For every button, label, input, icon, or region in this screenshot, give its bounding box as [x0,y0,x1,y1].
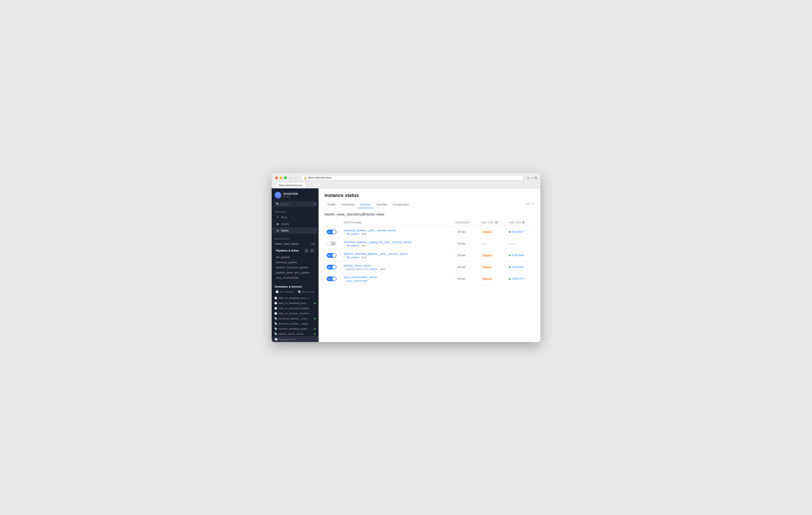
skipped-badge: Skipped [481,254,493,257]
pipeline-link[interactable]: dbt_pipeline [347,244,359,247]
schedules-sensors-tabs: 🕐 All schedules 📡 All sensors [272,290,319,296]
tab-health[interactable]: Health [324,201,339,208]
run-link[interactable]: f14670e4 [512,254,524,257]
last-tick-info-icon: i [495,221,498,224]
pipelines-solids-label: Pipelines & Solids [276,249,299,252]
all-schedules-label: All schedules [280,291,294,293]
sidebar-item-runs[interactable]: ↻ Runs [273,214,317,220]
none-text: None [481,242,488,245]
sidebar-pipeline-download[interactable]: download_pipeline [272,260,319,265]
toggle-thumb [332,253,336,257]
frequency-cell: ~ 30 sec [453,261,479,273]
run-link[interactable]: 255873f7 [512,277,524,280]
refresh-time: 0:12 [526,202,530,205]
sensors-table: SENSOR NAME FREQUENCY LAST TICK i [324,220,534,285]
sensor-name-link[interactable]: story_recommender_sensor [344,276,377,279]
toggle-sensor3[interactable]: on [327,253,337,258]
search-icon: 🔍 [276,202,279,206]
table-row: on pipeline_failure_sensor ⬡ pipeline_fa… [324,261,534,273]
new-tab-button[interactable]: + [531,176,533,180]
minimize-button[interactable] [280,177,282,179]
search-bar[interactable]: 🔍 / [274,201,316,207]
sidebar-pipeline-failure[interactable]: pipeline_failure_alert_pipeline [272,270,319,275]
last-tick-cell: Skipped [479,226,506,238]
windows-button[interactable]: ⧉ [534,176,537,180]
refresh-button[interactable]: ↻ [532,202,534,206]
schedule-item-4[interactable]: 🕐daily_hn_dynamic_downloa... [272,311,319,316]
sensor-icon-3: 📡 [274,327,277,330]
tab-configuration[interactable]: Configuration [390,201,412,208]
sidebar-pipeline-dynamic[interactable]: dynamic_download_pipeline [272,265,319,270]
assets-label: Assets [281,222,289,225]
app-version: 0.11.0 [284,195,298,198]
sensor-name-link[interactable]: pipeline_failure_sensor [344,264,371,267]
run-link[interactable]: a35914d1 [512,266,524,269]
share-button[interactable]: ⎋ [527,176,529,180]
clock-icon-2: 🕐 [274,302,277,305]
active-dot-s4 [314,333,316,335]
skipped-badge: Skipped [481,265,493,269]
toggle-sensor1[interactable]: on [327,229,337,234]
sensor-name-link[interactable]: download_pipeline__prod__success_sensor [344,229,396,232]
status-label: Status [281,229,289,232]
all-sensors-label: All sensors [302,291,314,293]
runs-label: Runs [281,216,287,219]
sidebar-item-status[interactable]: ◎ Status [273,227,317,234]
pipeline-link[interactable]: story_recommender [347,279,368,282]
search-input[interactable] [281,203,313,206]
toggle-sensor5[interactable]: on [327,276,337,281]
pipeline-icon: ⬡ [344,268,346,270]
last-tick-cell: Skipped [479,250,506,261]
schedule-item-3[interactable]: 🕐daily_hn_download_staging... [272,306,319,311]
repo-header: hacker_news_repository@hacker-news [324,213,534,216]
active-dot-s3 [314,328,316,330]
toggle-sensor4[interactable]: on [327,265,337,269]
sensor-sidebar-item-2[interactable]: 📡download_pipeline__stagin... [272,321,319,326]
all-schedules-tab[interactable]: 🕐 All schedules [274,290,296,294]
tab-backfills[interactable]: Backfills [374,201,390,208]
tab-sensors[interactable]: Sensors [357,201,374,208]
sidebar-item-assets[interactable]: ▦ Assets [273,221,317,227]
sidebar-pipeline-dbt[interactable]: dbt_pipeline [272,255,319,260]
schedule-icon: 🕐 [276,290,279,293]
all-sensors-tab[interactable]: 📡 All sensors [296,290,316,294]
schedule-item-2[interactable]: 🕐daily_hn_download_prod... [272,301,319,306]
filter-button[interactable]: Filter [311,243,316,245]
sensor-sidebar-item-3[interactable]: 📡dynamic_download_pipeli... [272,326,319,331]
skipped-badge: Skipped [481,277,493,280]
pipeline-link[interactable]: dbt_pipeline [347,256,359,259]
sensor-name-link[interactable]: download_pipeline__staging_live_data__su… [344,241,411,244]
sidebar-logo: ⬡ DAGSTER 0.11.0 [272,188,319,201]
address-bar[interactable]: 🔒 demo.elementl.show [301,175,523,180]
env-badge: prod [361,233,366,235]
pipeline-link[interactable]: dbt_pipeline [347,233,359,235]
sensor-name-link[interactable]: dynamic_download_pipeline__prod__success… [344,252,408,255]
list-view-button[interactable]: ⊟ [310,248,314,253]
maximize-button[interactable] [284,177,287,179]
tab-refresh: 0:12 ↻ [526,202,534,207]
sensor-icon-2: 📡 [274,322,277,325]
last-run-info-icon: i [522,221,525,224]
toggle-sensor2[interactable]: off [327,241,337,246]
browser-tab[interactable]: demo.elementl.show [275,182,306,188]
sensor-sidebar-item-4[interactable]: 📡pipeline_failure_sensor [272,331,319,336]
forward-button[interactable]: › [294,175,297,180]
back-button[interactable]: ‹ [290,175,293,180]
sidebar-pipeline-story[interactable]: story_recommender [272,275,319,280]
tab-schedules[interactable]: Schedules [339,201,357,208]
logo-status-dot [280,197,282,199]
page-title: Instance status [324,193,534,198]
pipeline-link[interactable]: pipeline_failure_alert_pipeline [347,268,378,270]
run-status-dot [509,231,511,233]
grid-view-button[interactable]: ⊞ [304,248,309,253]
content-area: hacker_news_repository@hacker-news SENSO… [319,208,540,342]
repo-section: hacker_news_reposi... Filter [272,241,319,247]
toggle-label: on [328,231,330,233]
schedule-item-1[interactable]: 🕐daily_hn_download_local_s... [272,296,319,301]
table-row: on story_recommender_sensor ⬡ story_reco… [324,273,534,285]
sidebar: ⬡ DAGSTER 0.11.0 🔍 / INSTANCE ↻ Runs [272,188,319,342]
close-button[interactable] [275,177,278,179]
sensor-sidebar-item-1[interactable]: 📡download_pipeline__prod... [272,316,319,321]
repository-section-label: REPOSITORY [272,237,319,241]
run-link[interactable]: d5da282f [512,231,524,234]
